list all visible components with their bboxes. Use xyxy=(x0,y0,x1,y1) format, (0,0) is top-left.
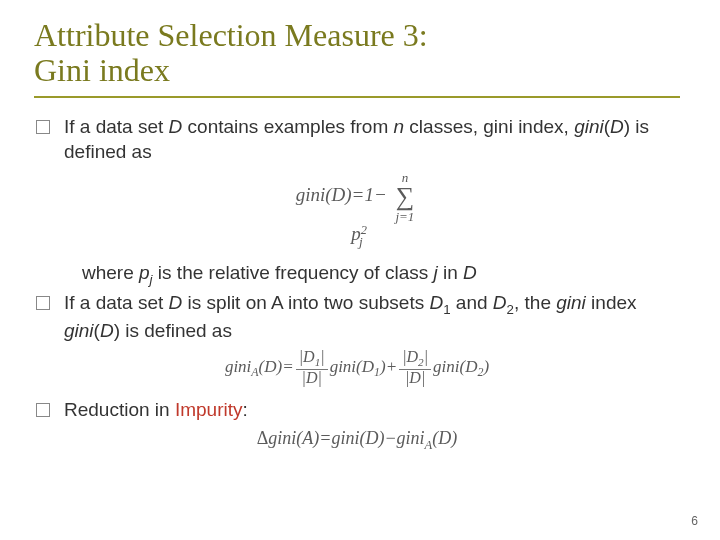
formula-gini-split: giniA(D)=|D1||D|gini(D1)+|D2||D|gini(D2) xyxy=(34,349,680,387)
slide-content: Attribute Selection Measure 3: Gini inde… xyxy=(0,0,720,473)
bullet-marker-icon xyxy=(36,296,50,310)
title-underline xyxy=(34,96,680,98)
sigma-icon: n ∑ j=1 xyxy=(395,171,414,223)
bullet-3: Reduction in Impurity: xyxy=(34,397,680,422)
where-clause: where pj is the relative frequency of cl… xyxy=(82,260,680,288)
bullet-marker-icon xyxy=(36,403,50,417)
title-line-2: Gini index xyxy=(34,52,170,88)
bullet-2-text: If a data set D is split on A into two s… xyxy=(64,290,680,343)
formula-gini-def: gini(D)=1− n ∑ j=1 p2j xyxy=(34,171,680,250)
fraction-icon: |D1||D| xyxy=(296,349,328,387)
bullet-3-text: Reduction in Impurity: xyxy=(64,397,680,422)
bullet-1: If a data set D contains examples from n… xyxy=(34,114,680,164)
page-number: 6 xyxy=(691,514,698,528)
bullet-marker-icon xyxy=(36,120,50,134)
fraction-icon: |D2||D| xyxy=(399,349,431,387)
impurity-highlight: Impurity xyxy=(175,399,243,420)
bullet-1-text: If a data set D contains examples from n… xyxy=(64,114,680,164)
title-line-1: Attribute Selection Measure 3: xyxy=(34,17,428,53)
bullet-2: If a data set D is split on A into two s… xyxy=(34,290,680,343)
formula-delta-gini: Δgini(A)=gini(D)−giniA(D) xyxy=(34,428,680,453)
slide-title: Attribute Selection Measure 3: Gini inde… xyxy=(34,18,680,88)
